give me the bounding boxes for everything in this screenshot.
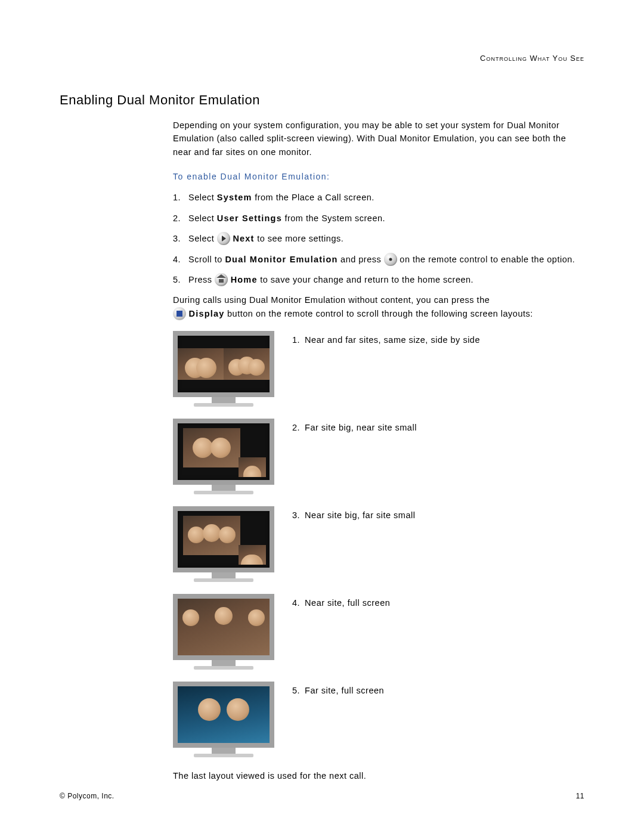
step-3: 3. Select Next to see more settings. xyxy=(173,232,584,245)
layout-1-row: 1.Near and far sites, same size, side by… xyxy=(173,331,584,407)
content-block: Depending on your system configuration, … xyxy=(173,119,584,783)
footer-copyright: © Polycom, Inc. xyxy=(60,792,114,800)
page-footer: © Polycom, Inc. 11 xyxy=(60,792,584,800)
layout-1-desc: 1.Near and far sites, same size, side by… xyxy=(292,331,584,346)
next-arrow-icon xyxy=(217,232,230,245)
procedure-steps: 1. Select System from the Place a Call s… xyxy=(173,191,584,286)
layout-5-monitor xyxy=(173,682,274,757)
layout-2-row: 2.Far site big, near site small xyxy=(173,419,584,494)
procedure-heading: To enable Dual Monitor Emulation: xyxy=(173,171,584,184)
page: Controlling What You See Enabling Dual M… xyxy=(0,0,644,833)
layout-4-row: 4.Near site, full screen xyxy=(173,594,584,670)
step-2: 2. Select User Settings from the System … xyxy=(173,212,584,225)
home-icon xyxy=(215,273,228,286)
layout-1-monitor xyxy=(173,331,274,407)
display-button-icon xyxy=(173,307,186,320)
closing-line: The last layout viewed is used for the n… xyxy=(173,769,584,782)
step-4: 4. Scroll to Dual Monitor Emulation and … xyxy=(173,253,584,266)
trailing-paragraph: During calls using Dual Monitor Emulatio… xyxy=(173,293,584,320)
section-title: Enabling Dual Monitor Emulation xyxy=(60,92,584,108)
layout-5-row: 5.Far site, full screen xyxy=(173,682,584,757)
layout-4-desc: 4.Near site, full screen xyxy=(292,594,584,609)
layout-3-row: 3.Near site big, far site small xyxy=(173,506,584,582)
layout-2-monitor xyxy=(173,419,274,494)
running-header: Controlling What You See xyxy=(60,54,584,63)
layout-3-monitor xyxy=(173,506,274,582)
footer-page-number: 11 xyxy=(576,792,584,800)
layout-4-monitor xyxy=(173,594,274,670)
step-1: 1. Select System from the Place a Call s… xyxy=(173,191,584,204)
select-dot-icon xyxy=(384,253,397,266)
intro-paragraph: Depending on your system configuration, … xyxy=(173,119,584,159)
layout-2-desc: 2.Far site big, near site small xyxy=(292,419,584,434)
layout-3-desc: 3.Near site big, far site small xyxy=(292,506,584,522)
step-5: 5. Press Home to save your change and re… xyxy=(173,273,584,286)
layout-5-desc: 5.Far site, full screen xyxy=(292,682,584,697)
